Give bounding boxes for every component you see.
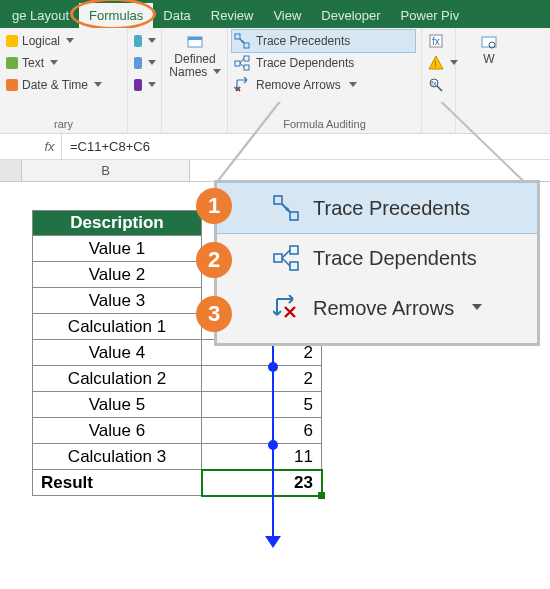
- fx-button[interactable]: fx: [38, 134, 62, 159]
- cell-desc[interactable]: Value 6: [32, 418, 202, 444]
- badge-2: 2: [196, 242, 232, 278]
- cell-desc[interactable]: Calculation 2: [32, 366, 202, 392]
- annotation-callout: Trace Precedents Trace Dependents Remove…: [214, 180, 540, 346]
- dropdown-text[interactable]: Text: [4, 52, 121, 74]
- button-error-checking[interactable]: !: [426, 52, 449, 74]
- cell-desc[interactable]: Value 4: [32, 340, 202, 366]
- lookup-icon: [134, 35, 142, 47]
- chevron-down-icon: [148, 37, 153, 45]
- button-label: Trace Precedents: [256, 34, 350, 48]
- table-header-description: Description: [32, 210, 202, 236]
- tab-formulas[interactable]: Formulas: [79, 3, 153, 28]
- trace-precedents-icon: [234, 33, 250, 49]
- chevron-down-icon: [50, 59, 58, 67]
- column-header-b[interactable]: B: [22, 160, 190, 181]
- tab-developer[interactable]: Developer: [311, 3, 390, 28]
- button-show-formulas[interactable]: fx: [426, 30, 449, 52]
- button-defined-names[interactable]: DefinedNames: [166, 30, 224, 79]
- group-function-library: Logical Text Date & Time rary: [0, 28, 128, 133]
- dropdown-lookup[interactable]: [132, 30, 155, 52]
- callout-label: Trace Dependents: [313, 247, 477, 270]
- select-all-corner[interactable]: [0, 160, 22, 181]
- dropdown-label: Date & Time: [22, 78, 88, 92]
- cell-desc[interactable]: Calculation 3: [32, 444, 202, 470]
- callout-label: Trace Precedents: [313, 197, 470, 220]
- cell-desc[interactable]: Value 5: [32, 392, 202, 418]
- defined-names-icon: [187, 34, 203, 50]
- tab-view[interactable]: View: [263, 3, 311, 28]
- callout-trace-dependents[interactable]: Trace Dependents: [217, 233, 537, 283]
- logical-icon: [6, 35, 18, 47]
- tab-page-layout[interactable]: ge Layout: [2, 3, 79, 28]
- column-headers: B: [0, 160, 550, 182]
- button-trace-precedents[interactable]: Trace Precedents: [232, 30, 415, 52]
- group-more-functions: [128, 28, 162, 133]
- tab-data[interactable]: Data: [153, 3, 200, 28]
- svg-rect-25: [290, 246, 298, 254]
- svg-text:fx: fx: [431, 80, 437, 87]
- dropdown-logical[interactable]: Logical: [4, 30, 121, 52]
- tab-power-pivot[interactable]: Power Piv: [391, 3, 470, 28]
- dropdown-more[interactable]: [132, 74, 155, 96]
- trace-dependents-icon: [273, 245, 299, 271]
- button-trace-dependents[interactable]: Trace Dependents: [232, 52, 415, 74]
- cell-result-value[interactable]: 23: [202, 470, 322, 496]
- more-icon: [134, 79, 142, 91]
- chevron-down-icon: [472, 302, 484, 314]
- dropdown-label: Text: [22, 56, 44, 70]
- callout-remove-arrows[interactable]: Remove Arrows: [217, 283, 537, 333]
- cell-val[interactable]: 6: [202, 418, 322, 444]
- callout-label: Remove Arrows: [313, 297, 454, 320]
- svg-line-27: [282, 250, 290, 258]
- svg-line-10: [240, 63, 244, 67]
- dropdown-math[interactable]: [132, 52, 155, 74]
- ribbon-tabstrip: ge Layout Formulas Data Review View Deve…: [0, 0, 550, 28]
- cell-val[interactable]: 5: [202, 392, 322, 418]
- dropdown-date-time[interactable]: Date & Time: [4, 74, 121, 96]
- math-icon: [134, 57, 142, 69]
- remove-arrows-icon: [273, 295, 299, 321]
- ribbon: Logical Text Date & Time rary DefinedNam…: [0, 28, 550, 134]
- chevron-down-icon: [349, 81, 357, 89]
- cell-val[interactable]: 11: [202, 444, 322, 470]
- svg-line-9: [240, 58, 244, 63]
- badge-1: 1: [196, 188, 232, 224]
- svg-rect-20: [274, 196, 282, 204]
- chevron-down-icon: [94, 81, 102, 89]
- button-watch-window[interactable]: W: [460, 30, 518, 66]
- chevron-down-icon: [66, 37, 74, 45]
- cell-val[interactable]: 2: [202, 366, 322, 392]
- svg-rect-24: [274, 254, 282, 262]
- error-checking-icon: !: [428, 55, 444, 71]
- group-formula-auditing: Trace Precedents Trace Dependents Remove…: [228, 28, 422, 133]
- cell-desc[interactable]: Value 2: [32, 262, 202, 288]
- formula-input[interactable]: =C11+C8+C6: [62, 139, 158, 154]
- show-formulas-icon: fx: [428, 33, 444, 49]
- group-auditing-extra: fx ! fx: [422, 28, 456, 133]
- svg-rect-8: [244, 65, 249, 70]
- cell-desc[interactable]: Value 1: [32, 236, 202, 262]
- evaluate-formula-icon: fx: [428, 77, 444, 93]
- svg-rect-2: [235, 34, 240, 39]
- group-watch-window: W: [456, 28, 490, 133]
- tab-review[interactable]: Review: [201, 3, 264, 28]
- label: W: [483, 53, 494, 66]
- svg-rect-1: [188, 37, 202, 40]
- callout-trace-precedents[interactable]: Trace Precedents: [217, 183, 537, 233]
- trace-precedents-icon: [273, 195, 299, 221]
- button-label: Remove Arrows: [256, 78, 341, 92]
- button-evaluate-formula[interactable]: fx: [426, 74, 449, 96]
- datetime-icon: [6, 79, 18, 91]
- svg-text:fx: fx: [432, 36, 440, 47]
- button-remove-arrows[interactable]: Remove Arrows: [232, 74, 415, 96]
- cell-desc[interactable]: Calculation 1: [32, 314, 202, 340]
- cell-result-label[interactable]: Result: [32, 470, 202, 496]
- svg-line-16: [437, 86, 442, 91]
- cell-desc[interactable]: Value 3: [32, 288, 202, 314]
- group-caption: rary: [0, 118, 127, 130]
- text-icon: [6, 57, 18, 69]
- svg-rect-6: [235, 61, 240, 66]
- label-l2: Names: [169, 65, 207, 79]
- svg-rect-21: [290, 212, 298, 220]
- group-defined-names: DefinedNames: [162, 28, 228, 133]
